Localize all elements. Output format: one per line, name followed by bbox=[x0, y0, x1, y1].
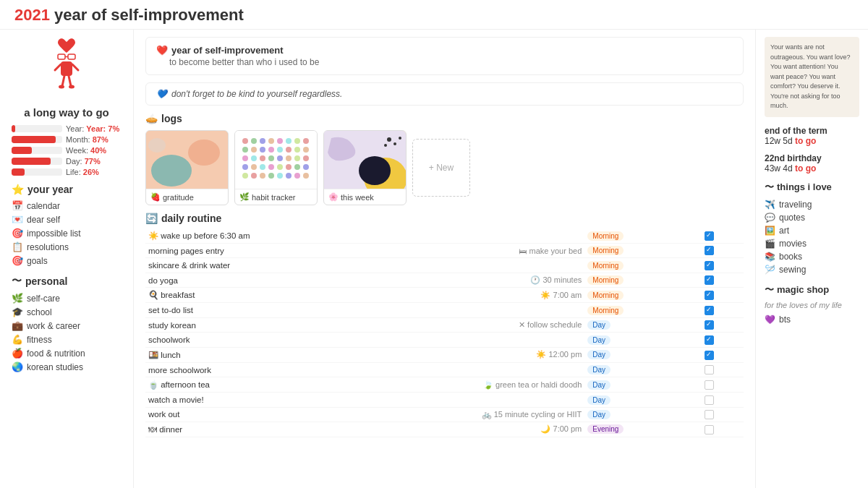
week-art bbox=[324, 131, 407, 189]
progress-month-label: Month: 87% bbox=[66, 135, 109, 144]
task-checkbox[interactable] bbox=[705, 306, 714, 315]
svg-point-24 bbox=[251, 147, 257, 153]
sidebar-item-school[interactable]: 🎓 school bbox=[12, 305, 122, 319]
svg-point-32 bbox=[251, 155, 257, 161]
reminder-box: 💙 don't forget to be kind to yourself re… bbox=[145, 82, 744, 106]
sidebar-item-food-nutrition[interactable]: 🍎 food & nutrition bbox=[12, 346, 122, 360]
svg-line-6 bbox=[62, 76, 64, 86]
progress-week: Week: 40% bbox=[12, 146, 122, 155]
svg-point-53 bbox=[294, 173, 300, 179]
sidebar-item-impossible-list[interactable]: 🎯 impossible list bbox=[12, 226, 122, 240]
sidebar-subtitle: a long way to go bbox=[12, 106, 122, 119]
day-badge: Day bbox=[587, 335, 610, 345]
task-checkbox[interactable] bbox=[705, 395, 714, 405]
dear-self-icon: 💌 bbox=[12, 214, 23, 225]
love-item-art[interactable]: 🖼️ art bbox=[765, 224, 859, 237]
table-row: 🍳 breakfast ☀️ 7:00 am Morning bbox=[145, 288, 744, 303]
log-card-habit[interactable]: 🌿 habit tracker bbox=[234, 130, 318, 205]
progress-bar-fill bbox=[12, 125, 15, 132]
your-year-header: ⭐ your year bbox=[12, 184, 122, 195]
sidebar-item-dear-self[interactable]: 💌 dear self bbox=[12, 213, 122, 226]
sidebar-item-korean-studies[interactable]: 🌏 korean studies bbox=[12, 360, 122, 374]
logs-header: 🥧 logs bbox=[145, 113, 744, 124]
table-row: study korean ✕ follow schedule Day bbox=[145, 317, 744, 332]
table-row: 🍽 dinner 🌙 7:00 pm Evening bbox=[145, 422, 744, 437]
progress-bar-fill-4 bbox=[12, 158, 51, 165]
task-checkbox[interactable] bbox=[705, 231, 714, 241]
svg-point-51 bbox=[277, 173, 283, 179]
wave-icon: 〜 bbox=[12, 275, 22, 288]
svg-point-52 bbox=[286, 173, 292, 179]
task-checkbox[interactable] bbox=[705, 365, 714, 374]
love-item-sewing[interactable]: 🪡 sewing bbox=[765, 263, 859, 276]
love-item-books[interactable]: 📚 books bbox=[765, 250, 859, 263]
log-thumb-week bbox=[324, 131, 407, 189]
progress-bar-fill-5 bbox=[12, 168, 25, 176]
left-sidebar: a long way to go Year: Year: 7% Month: 8… bbox=[0, 30, 134, 488]
calendar-icon: 📅 bbox=[12, 200, 23, 211]
evening-badge: Evening bbox=[587, 424, 624, 434]
table-row: more schoolwork Day bbox=[145, 362, 744, 377]
routine-header: 🔄 daily routine bbox=[145, 213, 744, 224]
svg-rect-3 bbox=[61, 61, 72, 76]
love-item-traveling[interactable]: ✈️ traveling bbox=[765, 198, 859, 211]
impossible-list-icon: 🎯 bbox=[12, 228, 23, 239]
progress-life-label: Life: 26% bbox=[66, 168, 99, 176]
svg-point-38 bbox=[303, 155, 309, 161]
svg-point-12 bbox=[188, 140, 220, 166]
morning-badge: Morning bbox=[587, 261, 624, 270]
task-checkbox[interactable] bbox=[705, 261, 714, 270]
sidebar-item-work-career[interactable]: 💼 work & career bbox=[12, 319, 122, 333]
task-checkbox[interactable] bbox=[705, 380, 714, 390]
sidebar-item-calendar[interactable]: 📅 calendar bbox=[12, 199, 122, 213]
magic-item-bts[interactable]: 💜 bts bbox=[765, 313, 859, 326]
gratitude-art bbox=[146, 131, 229, 189]
header: 2021 year of self-improvement bbox=[0, 0, 868, 30]
table-row: watch a movie! Day bbox=[145, 393, 744, 407]
sidebar-item-self-care[interactable]: 🌿 self-care bbox=[12, 291, 122, 305]
log-label-week: 🌸 this week bbox=[324, 189, 406, 205]
task-checkbox[interactable] bbox=[705, 425, 714, 435]
task-checkbox[interactable] bbox=[705, 320, 714, 330]
sidebar-item-fitness[interactable]: 💪 fitness bbox=[12, 333, 122, 346]
svg-point-60 bbox=[384, 144, 387, 147]
dinner-icon: 🍽 bbox=[148, 425, 157, 434]
task-checkbox[interactable] bbox=[705, 246, 714, 255]
quote-card: Your wants are not outrageous. You want … bbox=[765, 37, 859, 117]
new-log-button[interactable]: + New bbox=[412, 139, 470, 197]
table-row: 🍵 afternoon tea 🍃 green tea or haldi doo… bbox=[145, 377, 744, 393]
countdown-end-of-term: end of the term 12w 5d to go bbox=[765, 126, 859, 146]
task-checkbox[interactable] bbox=[705, 410, 714, 419]
love-item-quotes[interactable]: 💬 quotes bbox=[765, 211, 859, 224]
svg-point-43 bbox=[277, 164, 283, 170]
task-checkbox[interactable] bbox=[705, 351, 714, 360]
task-checkbox[interactable] bbox=[705, 275, 714, 285]
day-badge: Day bbox=[587, 410, 610, 419]
logs-section: 🥧 logs bbox=[145, 113, 744, 205]
task-checkbox[interactable] bbox=[705, 291, 714, 300]
lunch-icon: 🍱 bbox=[148, 351, 158, 359]
log-card-gratitude[interactable]: 🍓 gratitude bbox=[145, 130, 229, 205]
table-row: set to-do list Morning bbox=[145, 303, 744, 317]
svg-point-39 bbox=[242, 164, 248, 170]
bts-icon: 💜 bbox=[765, 314, 775, 325]
progress-month: Month: 87% bbox=[12, 135, 122, 144]
page: 2021 year of self-improvement bbox=[0, 0, 868, 488]
sidebar-item-resolutions[interactable]: 📋 resolutions bbox=[12, 240, 122, 254]
task-checkbox[interactable] bbox=[705, 335, 714, 345]
day-badge: Day bbox=[587, 320, 610, 330]
school-icon: 🎓 bbox=[12, 307, 23, 317]
table-row: do yoga 🕐 30 minutes Morning bbox=[145, 273, 744, 287]
star-icon: ⭐ bbox=[12, 184, 24, 195]
progress-year: Year: Year: 7% bbox=[12, 124, 122, 133]
week-icon: 🌸 bbox=[328, 192, 339, 202]
sidebar-item-goals[interactable]: 🎯 goals bbox=[12, 254, 122, 267]
svg-point-49 bbox=[260, 173, 265, 179]
movies-icon: 🎬 bbox=[765, 239, 775, 249]
love-item-movies[interactable]: 🎬 movies bbox=[765, 237, 859, 250]
heart-icon: ❤️ bbox=[156, 45, 168, 56]
day-badge: Day bbox=[587, 350, 610, 359]
svg-point-48 bbox=[251, 173, 257, 179]
log-card-week[interactable]: 🌸 this week bbox=[323, 130, 407, 205]
progress-day: Day: 77% bbox=[12, 157, 122, 166]
